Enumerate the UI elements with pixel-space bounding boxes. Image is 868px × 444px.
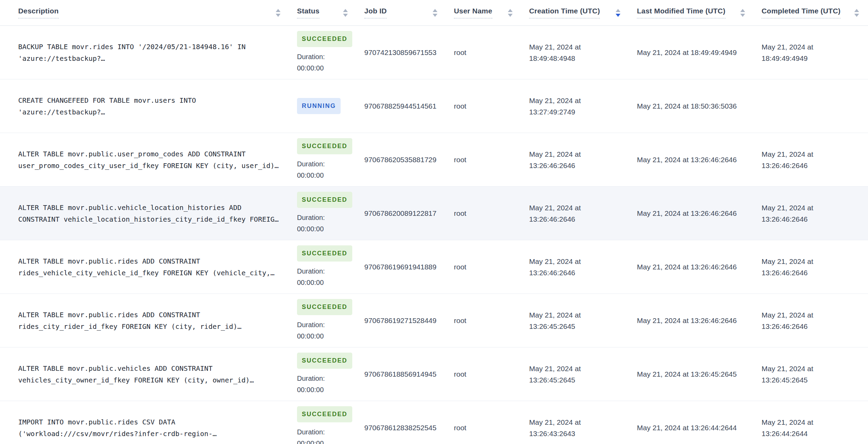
column-header-creation-time[interactable]: Creation Time (UTC) [529,7,637,19]
creation-time-value: May 21, 2024 at 18:49:48:4948 [529,41,619,64]
completed-time-cell: May 21, 2024 at 13:26:46:2646 [762,133,868,186]
sort-desc-icon[interactable] [508,14,513,17]
sort-asc-icon[interactable] [740,9,745,12]
status-badge: SUCCEEDED [297,31,352,47]
column-header-user-name[interactable]: User Name [454,7,529,19]
table-row: ALTER TABLE movr.public.vehicles ADD CON… [0,347,868,401]
job-status-cell: RUNNING [297,79,364,133]
column-header-description[interactable]: Description [0,7,297,19]
column-header-label[interactable]: Completed Time (UTC) [762,7,841,19]
creation-time-cell: May 21, 2024 at 13:26:46:2646 [529,133,637,186]
table-body: BACKUP TABLE movr.rides INTO '/2024/05/2… [0,26,868,444]
column-header-last-modified-time[interactable]: Last Modified Time (UTC) [637,7,762,19]
job-description-link[interactable]: ALTER TABLE movr.public.rides ADD CONSTR… [18,255,282,279]
job-status-cell: SUCCEEDED Duration: 00:00:00 [297,347,364,401]
column-header-label[interactable]: Creation Time (UTC) [529,7,600,19]
job-description-cell[interactable]: ALTER TABLE movr.public.rides ADD CONSTR… [0,294,297,347]
job-description-cell[interactable]: BACKUP TABLE movr.rides INTO '/2024/05/2… [0,26,297,79]
sort-arrows-icon[interactable] [740,9,745,17]
job-duration: Duration: 00:00:00 [297,426,325,444]
status-badge: SUCCEEDED [297,192,352,208]
job-status-cell: SUCCEEDED Duration: 00:00:00 [297,240,364,293]
completed-time-value: May 21, 2024 at 13:26:46:2646 [762,256,850,278]
status-badge: RUNNING [297,98,341,114]
job-duration: Duration: 00:00:00 [297,319,325,342]
column-header-job-id[interactable]: Job ID [364,7,454,19]
creation-time-value: May 21, 2024 at 13:26:45:2645 [529,309,619,332]
creation-time-value: May 21, 2024 at 13:27:49:2749 [529,95,619,118]
job-description-link[interactable]: ALTER TABLE movr.public.vehicles ADD CON… [18,363,282,386]
job-id-cell: 970678825944514561 [364,79,454,133]
job-description-cell[interactable]: IMPORT INTO movr.public.rides CSV DATA (… [0,401,297,444]
job-description-link[interactable]: ALTER TABLE movr.public.user_promo_codes… [18,148,282,171]
column-header-label[interactable]: Job ID [364,7,387,19]
completed-time-cell: May 21, 2024 at 13:26:45:2645 [762,347,868,401]
job-status-cell: SUCCEEDED Duration: 00:00:00 [297,26,364,79]
sort-asc-icon[interactable] [433,9,437,12]
last-modified-time-value: May 21, 2024 at 13:26:46:2646 [637,208,737,219]
last-modified-time-value: May 21, 2024 at 13:26:45:2645 [637,368,737,380]
last-modified-time-cell: May 21, 2024 at 13:26:46:2646 [637,240,762,293]
job-description-cell[interactable]: ALTER TABLE movr.public.vehicles ADD CON… [0,347,297,401]
column-header-status[interactable]: Status [297,7,364,19]
job-id-cell: 970678619271528449 [364,294,454,347]
sort-asc-icon[interactable] [508,9,513,12]
job-description-cell[interactable]: ALTER TABLE movr.public.rides ADD CONSTR… [0,240,297,293]
job-duration: Duration: 00:00:00 [297,266,325,288]
sort-arrows-icon[interactable] [433,9,437,17]
duration-label: Duration: [297,51,325,63]
job-id-cell: 970678618856914945 [364,347,454,401]
sort-desc-icon[interactable] [276,14,281,17]
sort-asc-icon[interactable] [616,9,620,12]
sort-desc-icon[interactable] [740,14,745,17]
duration-value: 00:00:00 [297,63,325,74]
duration-label: Duration: [297,266,325,277]
sort-desc-icon[interactable] [433,14,437,17]
user-name-cell: root [454,79,529,133]
job-description-cell[interactable]: ALTER TABLE movr.public.user_promo_codes… [0,133,297,186]
user-name-cell: root [454,240,529,293]
table-row: ALTER TABLE movr.public.rides ADD CONSTR… [0,294,868,347]
job-description-link[interactable]: IMPORT INTO movr.public.rides CSV DATA (… [18,416,282,440]
last-modified-time-value: May 21, 2024 at 13:26:46:2646 [637,315,737,326]
sort-asc-icon[interactable] [276,9,281,12]
sort-desc-icon[interactable] [616,14,620,17]
duration-label: Duration: [297,158,325,170]
column-header-completed-time[interactable]: Completed Time (UTC) [762,7,868,19]
job-description-cell[interactable]: CREATE CHANGEFEED FOR TABLE movr.users I… [0,79,297,133]
creation-time-cell: May 21, 2024 at 13:27:49:2749 [529,79,637,133]
job-description-link[interactable]: ALTER TABLE movr.public.vehicle_location… [18,202,282,225]
creation-time-value: May 21, 2024 at 13:26:46:2646 [529,256,619,278]
column-header-label[interactable]: Status [297,7,319,19]
creation-time-cell: May 21, 2024 at 13:26:45:2645 [529,294,637,347]
job-description-link[interactable]: CREATE CHANGEFEED FOR TABLE movr.users I… [18,95,282,118]
sort-asc-icon[interactable] [343,9,348,12]
table-row: ALTER TABLE movr.public.user_promo_codes… [0,133,868,187]
sort-asc-icon[interactable] [854,9,859,12]
job-description-cell[interactable]: ALTER TABLE movr.public.vehicle_location… [0,187,297,240]
jobs-table: Description Status Job ID User Name Crea… [0,0,868,444]
column-header-label[interactable]: Last Modified Time (UTC) [637,7,726,19]
status-badge: SUCCEEDED [297,406,352,422]
user-name-cell: root [454,347,529,401]
column-header-label[interactable]: Description [18,7,59,19]
sort-desc-icon[interactable] [854,14,859,17]
status-badge: SUCCEEDED [297,245,352,262]
job-id-cell: 970678620089122817 [364,187,454,240]
last-modified-time-value: May 21, 2024 at 18:49:49:4949 [637,47,737,58]
sort-desc-icon[interactable] [343,14,348,17]
duration-value: 00:00:00 [297,223,325,235]
sort-arrows-icon[interactable] [276,9,281,17]
last-modified-time-cell: May 21, 2024 at 18:49:49:4949 [637,26,762,79]
completed-time-cell: May 21, 2024 at 18:49:49:4949 [762,26,868,79]
job-description-link[interactable]: ALTER TABLE movr.public.rides ADD CONSTR… [18,309,282,332]
sort-arrows-icon[interactable] [854,9,859,17]
status-badge: SUCCEEDED [297,138,352,154]
completed-time-value: May 21, 2024 at 13:26:44:2644 [762,417,850,439]
sort-arrows-icon[interactable] [616,9,620,17]
job-description-link[interactable]: BACKUP TABLE movr.rides INTO '/2024/05/2… [18,41,282,64]
completed-time-cell: May 21, 2024 at 13:26:46:2646 [762,187,868,240]
column-header-label[interactable]: User Name [454,7,492,19]
sort-arrows-icon[interactable] [508,9,513,17]
sort-arrows-icon[interactable] [343,9,348,17]
